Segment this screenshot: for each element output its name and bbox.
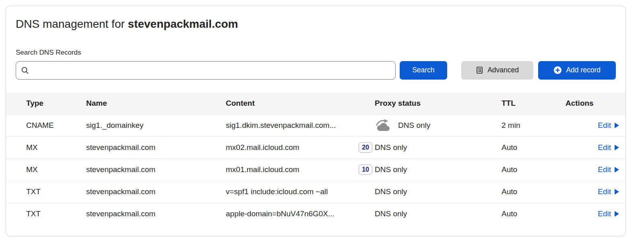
dns-management-card: DNS management for stevenpackmail.com Se… — [6, 6, 626, 236]
dns-record-row: CNAME sig1._domainkey sig1.dkim.stevenpa… — [6, 114, 625, 136]
dns-record-row: MX stevenpackmail.com mx02.mail.icloud.c… — [6, 136, 625, 158]
advanced-button-label: Advanced — [487, 66, 519, 74]
search-label: Search DNS Records — [16, 49, 616, 57]
record-type: CNAME — [26, 121, 86, 130]
edit-link-label: Edit — [598, 187, 611, 196]
right-triangle-icon — [615, 123, 619, 128]
dns-record-row: TXT stevenpackmail.com apple-domain=bNuV… — [6, 203, 625, 225]
record-content: v=spf1 include:icloud.com ~all — [226, 187, 328, 196]
record-ttl: Auto — [502, 143, 560, 152]
mx-priority-badge: 10 — [359, 164, 372, 175]
record-content: mx02.mail.icloud.com — [226, 143, 299, 152]
record-content: mx01.mail.icloud.com — [226, 165, 299, 174]
magnifier-icon — [21, 66, 29, 74]
proxy-status: DNS only — [398, 121, 430, 130]
header-type: Type — [26, 99, 86, 108]
record-ttl: Auto — [502, 209, 560, 218]
search-controls: Search Advanced Add record — [16, 61, 616, 80]
dns-only-cloud-icon — [375, 119, 392, 132]
search-button[interactable]: Search — [400, 61, 447, 80]
proxy-status: DNS only — [375, 209, 407, 218]
edit-link[interactable]: Edit — [598, 209, 619, 218]
record-name: sig1._domainkey — [86, 121, 226, 130]
edit-link[interactable]: Edit — [598, 165, 619, 174]
edit-link-label: Edit — [598, 143, 611, 152]
record-content: apple-domain=bNuV47n6G0X... — [226, 209, 334, 218]
header-ttl: TTL — [502, 99, 560, 108]
dns-record-row: MX stevenpackmail.com mx01.mail.icloud.c… — [6, 158, 625, 180]
edit-link-label: Edit — [598, 121, 611, 130]
record-type: TXT — [26, 187, 86, 196]
edit-link[interactable]: Edit — [598, 143, 619, 152]
header-name: Name — [86, 99, 226, 108]
proxy-status: DNS only — [375, 187, 407, 196]
header-actions: Actions — [560, 99, 619, 108]
record-type: MX — [26, 143, 86, 152]
mx-priority-badge: 20 — [359, 142, 372, 153]
plus-circle-icon — [553, 66, 562, 74]
record-ttl: 2 min — [502, 121, 560, 130]
add-record-button-label: Add record — [566, 66, 601, 74]
page-title-prefix: DNS management for — [16, 18, 125, 30]
record-name: stevenpackmail.com — [86, 187, 226, 196]
record-name: stevenpackmail.com — [86, 209, 226, 218]
record-content: sig1.dkim.stevenpackmail.com... — [226, 121, 336, 130]
record-ttl: Auto — [502, 187, 560, 196]
right-triangle-icon — [615, 145, 619, 150]
header-content: Content — [226, 99, 375, 108]
record-type: MX — [26, 165, 86, 174]
edit-link[interactable]: Edit — [598, 187, 619, 196]
dns-records-table: Type Name Content Proxy status TTL Actio… — [6, 92, 625, 225]
right-triangle-icon — [615, 189, 619, 195]
edit-link-label: Edit — [598, 165, 611, 174]
search-input[interactable] — [32, 61, 390, 80]
right-triangle-icon — [615, 211, 619, 217]
right-triangle-icon — [615, 167, 619, 172]
page-title-domain: stevenpackmail.com — [128, 18, 238, 30]
add-record-button[interactable]: Add record — [538, 61, 616, 80]
proxy-status: DNS only — [375, 165, 407, 174]
proxy-status: DNS only — [375, 143, 407, 152]
dns-record-row: TXT stevenpackmail.com v=spf1 include:ic… — [6, 180, 625, 203]
page-title: DNS management for stevenpackmail.com — [16, 17, 616, 31]
record-name: stevenpackmail.com — [86, 165, 226, 174]
search-input-wrapper[interactable] — [16, 61, 396, 80]
table-body: CNAME sig1._domainkey sig1.dkim.stevenpa… — [6, 114, 625, 225]
record-ttl: Auto — [502, 165, 560, 174]
header-proxy-status: Proxy status — [375, 99, 502, 108]
advanced-button[interactable]: Advanced — [461, 61, 534, 80]
table-header-row: Type Name Content Proxy status TTL Actio… — [6, 92, 625, 114]
edit-link[interactable]: Edit — [598, 121, 619, 130]
record-type: TXT — [26, 209, 86, 218]
list-document-icon — [476, 66, 483, 74]
record-name: stevenpackmail.com — [86, 143, 226, 152]
edit-link-label: Edit — [598, 209, 611, 218]
